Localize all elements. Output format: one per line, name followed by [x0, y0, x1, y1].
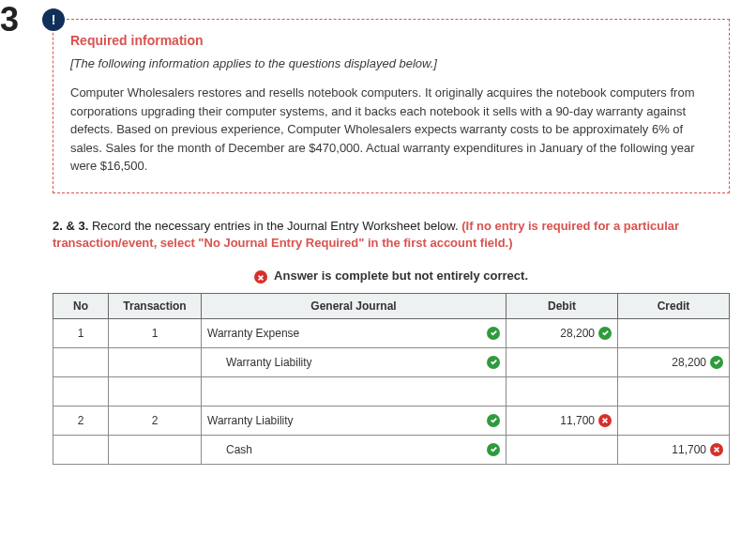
- cell-debit[interactable]: [507, 347, 618, 376]
- header-transaction: Transaction: [109, 293, 202, 318]
- cell-credit[interactable]: 11,700: [618, 435, 730, 464]
- check-icon: [487, 327, 500, 340]
- account-name: Warranty Liability: [207, 414, 294, 427]
- table-row: Cash 11,700: [53, 435, 730, 464]
- cell-account[interactable]: Warranty Liability: [202, 406, 507, 435]
- instruction-lead: 2. & 3.: [53, 219, 88, 233]
- header-credit: Credit: [618, 293, 730, 318]
- header-debit: Debit: [507, 293, 618, 318]
- cell-no: [53, 347, 109, 376]
- required-info-title: Required information: [70, 33, 712, 48]
- check-icon: [487, 356, 500, 369]
- table-row: Warranty Liability 28,200: [53, 347, 730, 376]
- answer-status-text: Answer is complete but not entirely corr…: [274, 268, 528, 283]
- x-icon: [710, 443, 723, 456]
- debit-amount: 28,200: [560, 327, 595, 340]
- table-row-spacer: [53, 376, 730, 406]
- answer-status-banner: Answer is complete but not entirely corr…: [45, 261, 737, 293]
- cell-no: 1: [53, 318, 109, 347]
- credit-amount: 28,200: [672, 356, 706, 369]
- cell-account[interactable]: Warranty Liability: [202, 347, 507, 376]
- cell-credit[interactable]: 28,200: [618, 347, 730, 376]
- required-info-intro: [The following information applies to th…: [70, 55, 712, 72]
- account-name: Warranty Expense: [207, 327, 299, 340]
- required-info-box: ! Required information [The following in…: [53, 19, 730, 193]
- cell-trans: 2: [109, 406, 202, 435]
- instruction-body: Record the necessary entries in the Jour…: [88, 219, 461, 233]
- x-icon: [254, 270, 267, 284]
- cell-trans: 1: [109, 318, 202, 347]
- cell-credit[interactable]: [618, 406, 730, 435]
- cell-account[interactable]: Cash: [202, 435, 507, 464]
- table-row: 1 1 Warranty Expense 28,200: [53, 318, 730, 347]
- debit-amount: 11,700: [560, 414, 595, 427]
- question-number-large: 3: [0, 0, 19, 39]
- cell-no: [53, 435, 109, 464]
- account-name: Warranty Liability: [207, 356, 312, 369]
- check-icon: [487, 443, 500, 456]
- cell-debit[interactable]: 11,700: [507, 406, 618, 435]
- instruction-text: 2. & 3. Record the necessary entries in …: [53, 218, 730, 252]
- check-icon: [598, 327, 612, 340]
- cell-debit[interactable]: [507, 435, 618, 464]
- credit-amount: 11,700: [672, 443, 706, 456]
- check-icon: [487, 414, 500, 427]
- cell-trans: [109, 347, 202, 376]
- cell-trans: [109, 435, 202, 464]
- header-no: No: [53, 293, 109, 318]
- required-info-body: Computer Wholesalers restores and resell…: [70, 84, 712, 176]
- check-icon: [710, 356, 723, 369]
- cell-account[interactable]: Warranty Expense: [202, 318, 507, 347]
- account-name: Cash: [207, 443, 252, 456]
- alert-badge-icon: !: [42, 8, 65, 31]
- table-row: 2 2 Warranty Liability 11,700: [53, 406, 730, 435]
- journal-table: No Transaction General Journal Debit Cre…: [53, 293, 730, 465]
- x-icon: [598, 414, 612, 427]
- cell-credit[interactable]: [618, 318, 730, 347]
- cell-debit[interactable]: 28,200: [507, 318, 618, 347]
- cell-no: 2: [53, 406, 109, 435]
- header-general-journal: General Journal: [202, 293, 507, 318]
